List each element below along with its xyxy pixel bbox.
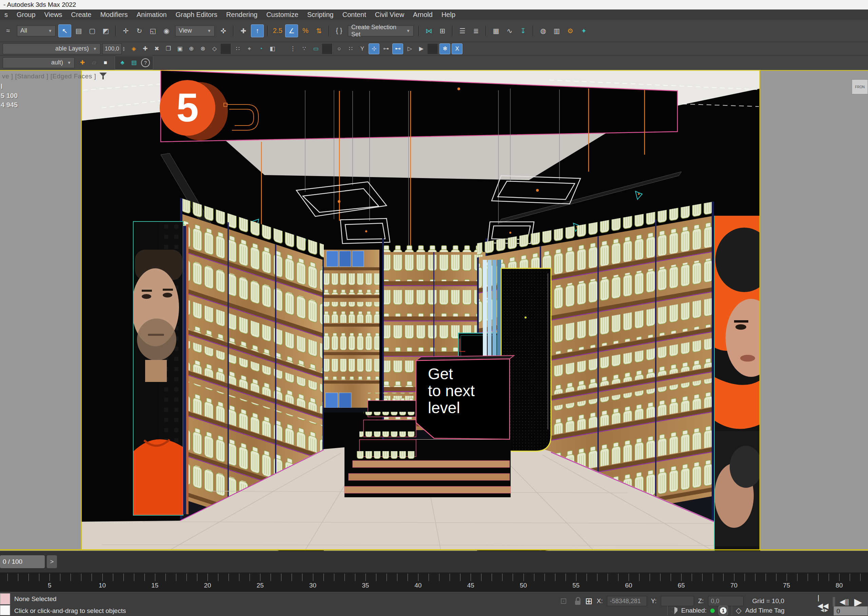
window-crossing-icon[interactable]: ◩: [100, 25, 112, 37]
snap-midpoint-icon[interactable]: ⊶: [381, 44, 391, 54]
menu-item[interactable]: Help: [437, 9, 460, 20]
snap-pivot-icon[interactable]: Y: [357, 44, 367, 54]
isolate-selection-icon[interactable]: ⊡: [558, 595, 570, 607]
bind-to-space-warp-icon[interactable]: ≈: [2, 25, 14, 37]
enabled-count-badge[interactable]: 1: [719, 606, 728, 615]
menu-item[interactable]: Civil View: [371, 9, 409, 20]
maxscript-mini-listener-macro[interactable]: [0, 593, 10, 605]
collapse-anim-layer-icon[interactable]: ⊕: [186, 44, 196, 54]
selection-filter-dropdown[interactable]: All▼: [17, 25, 56, 36]
reference-coordinate-dropdown[interactable]: View▼: [175, 25, 215, 36]
maxscript-mini-listener-script[interactable]: [0, 605, 10, 615]
document-list-icon[interactable]: ▤: [129, 58, 139, 68]
menu-item[interactable]: Animation: [132, 9, 171, 20]
menu-item[interactable]: Scripting: [303, 9, 338, 20]
snap-frozen-icon[interactable]: ❄: [439, 43, 450, 54]
add-anim-layer-icon[interactable]: ✚: [140, 44, 150, 54]
layer-stack-icon[interactable]: ▱: [89, 58, 99, 68]
menu-item[interactable]: Modifiers: [96, 9, 132, 20]
use-pivot-center-icon[interactable]: ✜: [217, 25, 230, 37]
populate-icon[interactable]: ♣: [118, 58, 127, 68]
enable-anim-layers-icon[interactable]: ◈: [128, 44, 139, 54]
copy-anim-layer-icon[interactable]: ❐: [163, 44, 173, 54]
add-time-tag[interactable]: Add Time Tag: [745, 607, 785, 614]
add-layer-icon[interactable]: ✚: [77, 58, 88, 68]
merge-anim-layer-icon[interactable]: ⊗: [198, 44, 208, 54]
boxed-tool-icon[interactable]: ◧: [267, 44, 277, 54]
next-frame-button[interactable]: >: [47, 555, 57, 568]
spinner-snap-icon[interactable]: ⇅: [313, 25, 325, 37]
transform-typein-icon[interactable]: ⊞: [585, 596, 593, 607]
snap-grid-points-icon[interactable]: ∵: [299, 44, 309, 54]
align-icon[interactable]: ⊞: [436, 25, 448, 37]
menu-item[interactable]: Graph Editors: [171, 9, 222, 20]
mid-shelf-unit[interactable]: [324, 250, 379, 412]
snap-grid-lines-icon[interactable]: ∷: [346, 44, 356, 54]
layer-properties-icon[interactable]: ◇: [209, 44, 219, 54]
keyboard-shortcut-override-icon[interactable]: ↑: [251, 24, 264, 37]
workspace-dropdown[interactable]: ault)▼: [3, 57, 75, 68]
select-and-manipulate-icon[interactable]: ✚: [237, 25, 249, 37]
selection-lock-icon[interactable]: [574, 597, 581, 605]
material-editor-icon[interactable]: ◍: [537, 25, 549, 37]
snap-circle-icon[interactable]: ○: [334, 44, 344, 54]
menu-item[interactable]: s: [0, 9, 12, 20]
viewcube[interactable]: FRON: [852, 79, 868, 94]
current-frame-field[interactable]: 0: [834, 606, 868, 616]
select-and-scale-icon[interactable]: ◱: [147, 25, 159, 37]
paste-anim-layer-icon[interactable]: ▣: [175, 44, 185, 54]
menu-item[interactable]: Create: [67, 9, 96, 20]
selection-region-icon[interactable]: ▢: [86, 25, 98, 37]
select-and-place-icon[interactable]: ◉: [160, 25, 172, 37]
anim-layers-dropdown[interactable]: able Layers)▼: [3, 43, 100, 54]
z-coordinate-field[interactable]: 0,0: [708, 596, 744, 606]
layer-weight-field[interactable]: 100,0: [102, 43, 122, 54]
rendered-frame-window-icon[interactable]: ▥: [551, 25, 563, 37]
track-bar[interactable]: 5101520253035404550556065707580: [0, 573, 868, 592]
white-square-icon[interactable]: ■: [100, 58, 111, 68]
select-object-icon[interactable]: ↖: [58, 24, 71, 37]
layer-explorer-icon[interactable]: ☰: [456, 25, 468, 37]
layer-weight-spinner[interactable]: ▲▼: [122, 46, 125, 52]
scene-explorer-icon[interactable]: ≣: [470, 25, 482, 37]
frame-counter[interactable]: 0 / 100: [0, 555, 45, 568]
y-coordinate-field[interactable]: [661, 596, 694, 606]
menu-item[interactable]: Group: [12, 9, 40, 20]
delete-anim-layer-icon[interactable]: ✖: [152, 44, 162, 54]
menu-item[interactable]: Arnold: [409, 9, 437, 20]
weight-marks-icon[interactable]: ∷: [233, 44, 243, 54]
anim-target-icon[interactable]: ⌖: [244, 44, 254, 54]
percent-snap-icon[interactable]: %: [299, 25, 312, 37]
snap-ruler-icon[interactable]: ▭: [310, 44, 321, 54]
snap-face-icon[interactable]: ▶: [416, 44, 426, 54]
select-and-rotate-icon[interactable]: ↻: [133, 25, 146, 37]
render-setup-icon[interactable]: ⚙: [564, 25, 577, 37]
snap-axis-constraint-icon[interactable]: X: [452, 43, 462, 54]
snap-25d-icon[interactable]: 2.5: [272, 25, 284, 37]
render-production-icon[interactable]: ✦: [578, 25, 590, 37]
filter-funnel-icon[interactable]: [99, 72, 108, 80]
snap-slider-icon[interactable]: ⊷: [392, 43, 403, 54]
menu-item[interactable]: Views: [40, 9, 67, 20]
curve-editor-icon[interactable]: ▦: [490, 25, 502, 37]
menu-item[interactable]: Rendering: [222, 9, 262, 20]
menu-item[interactable]: Content: [338, 9, 371, 20]
menu-item[interactable]: Customize: [262, 9, 302, 20]
edit-named-selection-sets-icon[interactable]: { }: [333, 25, 345, 37]
select-and-move-icon[interactable]: ✛: [120, 25, 132, 37]
previous-frame-button[interactable]: ◀||: [838, 598, 850, 606]
man-banner[interactable]: [132, 222, 183, 515]
next-frame-button-partial[interactable]: ||: [866, 598, 868, 606]
audio-amplitude-icon[interactable]: ◔: [255, 44, 266, 54]
shield-icon[interactable]: [671, 607, 677, 614]
slogan-counter[interactable]: Get to next level: [416, 355, 514, 439]
snap-endpoint-icon[interactable]: ⊹: [368, 43, 379, 54]
schematic-view-icon[interactable]: ∿: [503, 25, 516, 37]
x-coordinate-field[interactable]: -58348,281: [607, 596, 647, 606]
viewport[interactable]: 5: [0, 70, 868, 551]
toggle-ribbon-icon[interactable]: ↧: [517, 25, 529, 37]
snap-normal-icon[interactable]: ▷: [404, 44, 415, 54]
frame-spinner[interactable]: ◀▶: [821, 608, 829, 613]
snap-dots-icon[interactable]: ⋮: [288, 44, 298, 54]
viewport-label[interactable]: ve ] [Standard ] [Edged Faces ]: [2, 72, 108, 80]
